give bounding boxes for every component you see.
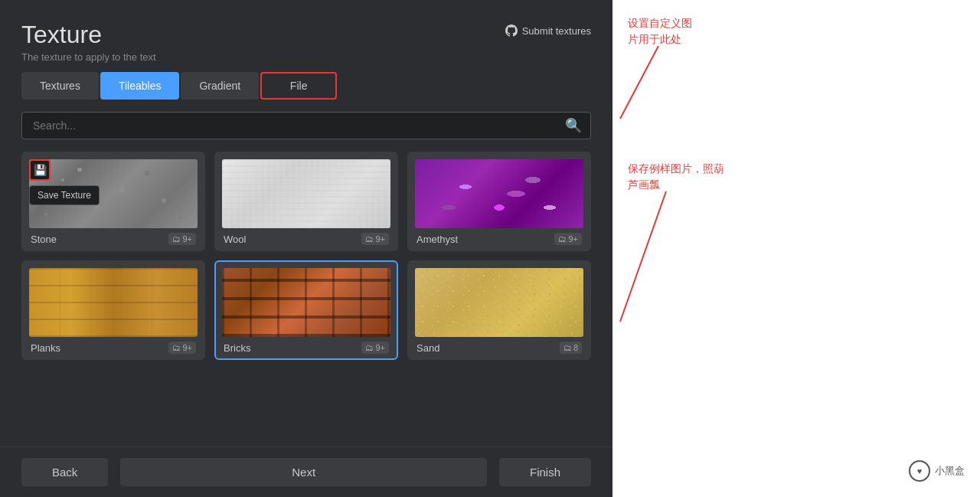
svg-line-1: [620, 191, 666, 322]
tabs-container: Textures Tileables Gradient File: [0, 72, 612, 112]
annotation-top: 设置自定义图 片用于此处: [628, 15, 692, 47]
save-tooltip: Save Texture: [29, 185, 100, 205]
search-input[interactable]: [21, 112, 591, 139]
amethyst-badge: 🗂 9+: [554, 233, 582, 245]
bricks-name: Bricks: [224, 342, 250, 354]
next-button[interactable]: Next: [120, 458, 487, 486]
search-icon: 🔍: [565, 117, 582, 134]
sand-name: Sand: [416, 342, 439, 354]
bricks-badge: 🗂 9+: [361, 342, 389, 354]
texture-grid: 👤 💾 Save Texture Stone 🗂 9+ Wool 🗂: [0, 152, 612, 446]
sand-badge-icon: 🗂: [564, 343, 572, 352]
search-container: 🔍: [21, 112, 591, 139]
bricks-preview: [222, 268, 390, 337]
tab-gradient[interactable]: Gradient: [181, 72, 259, 100]
texture-item-wool[interactable]: Wool 🗂 9+: [214, 152, 398, 251]
texture-item-sand[interactable]: Sand 🗂 8: [407, 260, 591, 360]
bricks-label-row: Bricks 🗂 9+: [222, 342, 390, 354]
annotation-bottom: 保存例样图片，照葫 芦画瓢: [628, 161, 724, 193]
wool-badge: 🗂 9+: [361, 233, 389, 245]
amethyst-badge-icon: 🗂: [558, 234, 567, 244]
main-panel: Texture The texture to apply to the text…: [0, 0, 612, 497]
texture-item-planks[interactable]: Planks 🗂 9+: [21, 260, 205, 360]
watermark-icon: ♥: [909, 460, 930, 482]
amethyst-preview: [415, 159, 583, 228]
planks-label-row: Planks 🗂 9+: [29, 342, 198, 354]
wool-badge-icon: 🗂: [365, 234, 374, 244]
watermark-text: 小黑盒: [935, 464, 965, 478]
github-icon: [505, 25, 518, 37]
sand-preview: [415, 268, 583, 337]
watermark: ♥ 小黑盒: [909, 460, 965, 482]
texture-item-amethyst[interactable]: Amethyst 🗂 9+: [407, 152, 591, 251]
submit-textures-button[interactable]: Submit textures: [505, 21, 591, 40]
planks-preview: [29, 268, 198, 337]
tab-tileables[interactable]: Tileables: [100, 72, 180, 100]
panel-subtitle: The texture to apply to the text: [21, 51, 156, 63]
amethyst-label-row: Amethyst 🗂 9+: [415, 233, 583, 245]
planks-name: Planks: [31, 342, 60, 354]
right-panel: 设置自定义图 片用于此处 保存例样图片，照葫 芦画瓢 ♥ 小黑盒: [612, 0, 980, 497]
finish-button[interactable]: Finish: [499, 458, 591, 486]
stone-badge-icon: 🗂: [172, 234, 181, 244]
annotations-svg: [612, 0, 980, 497]
save-texture-button[interactable]: 💾: [29, 159, 51, 181]
footer: Back Next Finish: [0, 446, 612, 497]
panel-title: Texture: [21, 21, 156, 48]
wool-label-row: Wool 🗂 9+: [222, 233, 390, 245]
wool-name: Wool: [224, 234, 246, 245]
stone-label-row: Stone 🗂 9+: [29, 233, 198, 245]
tab-file[interactable]: File: [260, 72, 337, 100]
sand-label-row: Sand 🗂 8: [415, 342, 583, 354]
amethyst-name: Amethyst: [416, 234, 458, 245]
planks-badge: 🗂 9+: [168, 342, 196, 354]
submit-label: Submit textures: [522, 25, 591, 37]
sand-badge: 🗂 8: [560, 342, 582, 354]
save-texture-overlay: 💾 Save Texture: [29, 159, 51, 181]
texture-item-stone[interactable]: 👤 💾 Save Texture Stone 🗂 9+: [21, 152, 205, 251]
stone-name: Stone: [31, 234, 57, 245]
svg-line-0: [620, 46, 658, 119]
planks-badge-icon: 🗂: [172, 343, 181, 352]
title-block: Texture The texture to apply to the text: [21, 21, 156, 63]
tab-textures[interactable]: Textures: [21, 72, 99, 100]
back-button[interactable]: Back: [21, 458, 108, 486]
bricks-badge-icon: 🗂: [365, 343, 374, 352]
wool-preview: [222, 159, 390, 228]
texture-item-bricks[interactable]: Bricks 🗂 9+: [214, 260, 398, 360]
header: Texture The texture to apply to the text…: [0, 0, 612, 72]
stone-badge: 🗂 9+: [168, 233, 196, 245]
